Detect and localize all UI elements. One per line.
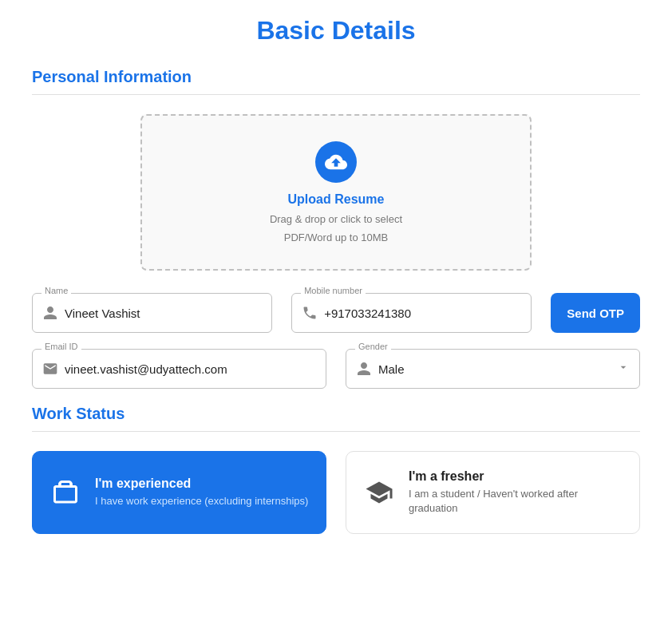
upload-hint2: PDF/Word up to 10MB: [284, 231, 389, 243]
email-field: Email ID: [32, 349, 326, 389]
upload-area-wrapper: Upload Resume Drag & drop or click to se…: [32, 114, 640, 271]
name-input-wrapper: [32, 293, 272, 333]
section-divider: [32, 94, 640, 95]
work-status-heading: Work Status: [32, 405, 640, 423]
graduation-cap-icon: [362, 476, 396, 509]
mobile-field: Mobile number: [291, 293, 532, 333]
fresher-card-text: I'm a fresher I am a student / Haven't w…: [409, 469, 623, 516]
upload-cloud-icon: [325, 151, 347, 173]
upload-resume-label: Upload Resume: [288, 192, 385, 207]
experienced-card[interactable]: I'm experienced I have work experience (…: [32, 451, 326, 534]
work-status-cards: I'm experienced I have work experience (…: [32, 451, 640, 534]
email-icon: [42, 361, 58, 377]
mobile-label: Mobile number: [301, 286, 366, 295]
name-label: Name: [42, 286, 71, 295]
gender-person-icon: [356, 361, 372, 377]
gender-label: Gender: [355, 342, 391, 351]
name-input[interactable]: [65, 307, 262, 320]
experienced-card-title: I'm experienced: [95, 477, 308, 491]
email-input-wrapper: [32, 349, 326, 389]
gender-field: Gender Male Female Other: [346, 349, 640, 389]
mobile-input[interactable]: [324, 307, 521, 320]
mobile-input-wrapper: [291, 293, 532, 333]
fresher-card[interactable]: I'm a fresher I am a student / Haven't w…: [346, 451, 640, 534]
personal-information-heading: Personal Information: [32, 68, 640, 86]
gender-select-wrapper: Male Female Other: [346, 349, 640, 389]
send-otp-button[interactable]: Send OTP: [551, 293, 640, 333]
name-mobile-row: Name Mobile number Send OTP: [32, 293, 640, 333]
fresher-card-desc: I am a student / Haven't worked after gr…: [409, 487, 623, 516]
upload-icon-circle: [315, 141, 357, 183]
upload-hint1: Drag & drop or click to select: [270, 213, 402, 225]
person-icon: [42, 305, 58, 321]
experienced-card-text: I'm experienced I have work experience (…: [95, 477, 308, 508]
email-gender-row: Email ID Gender Male Female Other: [32, 349, 640, 389]
email-input[interactable]: [65, 362, 316, 376]
page-title: Basic Details: [32, 16, 640, 45]
page-wrapper: Basic Details Personal Information Uploa…: [0, 0, 672, 566]
resume-upload-area[interactable]: Upload Resume Drag & drop or click to se…: [140, 114, 532, 271]
gender-select[interactable]: Male Female Other: [378, 362, 630, 376]
briefcase-icon: [49, 476, 82, 509]
fresher-card-title: I'm a fresher: [409, 469, 623, 484]
work-status-divider: [32, 431, 640, 432]
experienced-card-desc: I have work experience (excluding intern…: [95, 494, 308, 508]
email-label: Email ID: [42, 342, 81, 351]
name-field: Name: [32, 293, 272, 333]
phone-icon: [302, 305, 318, 321]
